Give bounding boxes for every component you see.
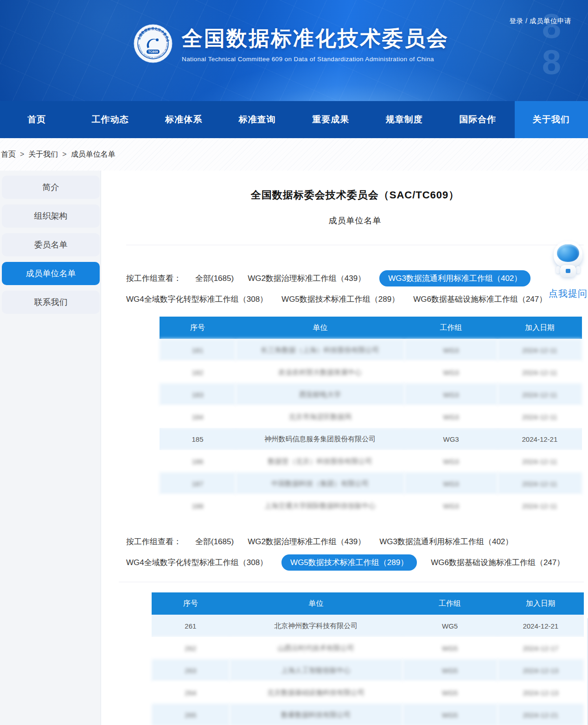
- table-row: 186数据堂（北京）科技股份有限公司WG32024-12-11: [160, 450, 582, 472]
- page-subtitle: 成员单位名单: [126, 215, 584, 226]
- cell-unit: 上海交通大学国际数据科技创新中心: [236, 495, 404, 517]
- cell-wg: WG3: [404, 339, 497, 361]
- wg-filter-chip[interactable]: WG6数据基础设施标准工作组（247）: [413, 294, 547, 305]
- sidebar-item-联系我们[interactable]: 联系我们: [2, 291, 100, 314]
- cell-no: 264: [152, 681, 230, 704]
- cell-wg: WG5: [403, 704, 498, 725]
- breadcrumb-item-首页[interactable]: 首页: [1, 150, 16, 159]
- cell-wg: WG5: [403, 615, 498, 637]
- sidebar-item-委员名单[interactable]: 委员名单: [2, 233, 100, 256]
- nav-item-标准体系[interactable]: 标准体系: [147, 101, 221, 138]
- breadcrumb-item-成员单位名单: 成员单位名单: [71, 150, 115, 159]
- table-row: 265数睿数据科技有限公司WG52024-12-21: [152, 704, 584, 725]
- wg5-member-section: 按工作组查看： 全部(1685)WG2数据治理标准工作组（439）WG3数据流通…: [126, 536, 584, 725]
- wg-filter-chip[interactable]: 全部(1685): [195, 273, 234, 284]
- cell-wg: WG3: [404, 406, 497, 428]
- cell-unit: 数据堂（北京）科技股份有限公司: [236, 450, 404, 472]
- cell-unit: 中国数据科技（集团）有限公司: [236, 472, 404, 495]
- cell-wg: WG5: [403, 659, 498, 681]
- site-brand: 全国数据标准化技术委员会 NATIONAL TECHNICAL COMMITTE…: [134, 24, 449, 63]
- wg-filter-chip[interactable]: 全部(1685): [195, 536, 234, 547]
- table-row: 182农业农村部大数据发展中心WG32024-12-11: [160, 361, 582, 383]
- wg-filter-chip[interactable]: WG4全域数字化转型标准工作组（308）: [126, 294, 268, 305]
- table-row: 264北京数据基础设施科技有限公司WG52024-12-13: [152, 681, 584, 704]
- cell-no: 186: [160, 450, 236, 472]
- cell-unit: 神州数码信息服务集团股份有限公司: [236, 428, 404, 450]
- sidebar-item-简介[interactable]: 简介: [2, 176, 100, 199]
- filter-label: 按工作组查看：: [126, 273, 181, 284]
- site-title: 全国数据标准化技术委员会: [182, 25, 449, 52]
- assistant-robot-button[interactable]: 点我提问: [549, 241, 588, 300]
- breadcrumb-separator: >: [20, 150, 24, 159]
- cell-unit: 上海人工智能创新中心: [230, 659, 403, 681]
- cell-unit: 数睿数据科技有限公司: [230, 704, 403, 725]
- table-row: 188上海交通大学国际数据科技创新中心WG32024-12-11: [160, 495, 582, 517]
- divider: [119, 582, 584, 582]
- table-row: 187中国数据科技（集团）有限公司WG32024-12-11: [160, 472, 582, 495]
- sidebar-item-成员单位名单[interactable]: 成员单位名单: [2, 262, 100, 285]
- cell-no: 181: [160, 339, 236, 361]
- nav-item-重要成果[interactable]: 重要成果: [294, 101, 368, 138]
- login-member-apply-link[interactable]: 登录 / 成员单位申请: [509, 17, 571, 25]
- robot-icon: [553, 241, 583, 280]
- table-row: 183西安邮电大学WG32024-12-11: [160, 383, 582, 406]
- banner: 8 8 登录 / 成员单位申请 全国数据标准化技术委员会 NATIONAL TE…: [0, 0, 588, 101]
- cell-no: 188: [160, 495, 236, 517]
- cell-unit: 长三角数据（上海）科技股份有限公司: [236, 339, 404, 361]
- nav-item-首页[interactable]: 首页: [0, 101, 74, 138]
- cell-wg: WG3: [404, 495, 497, 517]
- cell-no: 184: [160, 406, 236, 428]
- cell-unit: 西安邮电大学: [236, 383, 404, 406]
- wg-filter-chip[interactable]: WG6数据基础设施标准工作组（247）: [431, 557, 564, 568]
- member-table-wg5: 序号单位工作组加入日期 261北京神州数字科技有限公司WG52024-12-21…: [152, 592, 584, 725]
- tc609-logo-icon[interactable]: 全国数据标准化技术委员会 NATIONAL TECHNICAL COMMITTE…: [134, 24, 173, 63]
- nav-item-工作动态[interactable]: 工作动态: [74, 101, 147, 138]
- member-table-wg3: 序号单位工作组加入日期 181长三角数据（上海）科技股份有限公司WG32024-…: [160, 317, 582, 517]
- cell-date: 2024-12-11: [498, 406, 582, 428]
- main-nav: 首页工作动态标准体系标准查询重要成果规章制度国际合作关于我们: [0, 101, 588, 138]
- table-row: 181长三角数据（上海）科技股份有限公司WG32024-12-11: [160, 339, 582, 361]
- cell-wg: WG3: [404, 450, 497, 472]
- cell-unit: 北京市海淀区数据局: [236, 406, 404, 428]
- nav-item-规章制度[interactable]: 规章制度: [368, 101, 441, 138]
- cell-date: 2024-12-13: [498, 659, 584, 681]
- cell-wg: WG3: [404, 428, 497, 450]
- divider: [126, 245, 584, 245]
- cell-date: 2024-12-17: [498, 637, 584, 659]
- cell-wg: WG5: [403, 681, 498, 704]
- nav-item-标准查询[interactable]: 标准查询: [221, 101, 294, 138]
- cell-date: 2024-12-11: [498, 339, 582, 361]
- logo-tc609-text: TC609: [148, 50, 158, 53]
- cell-date: 2024-12-21: [498, 704, 584, 725]
- cell-no: 182: [160, 361, 236, 383]
- cell-unit: 农业农村部大数据发展中心: [236, 361, 404, 383]
- breadcrumb-separator: >: [62, 150, 66, 159]
- wg-filter-chip[interactable]: WG2数据治理标准工作组（439）: [248, 273, 365, 284]
- column-header-加入日期: 加入日期: [498, 592, 584, 615]
- content-panel: 全国数据标委会技术委员会（SAC/TC609） 成员单位名单 点我提问 按工作组…: [101, 171, 588, 725]
- nav-item-关于我们[interactable]: 关于我们: [515, 101, 588, 138]
- cell-wg: WG3: [404, 383, 497, 406]
- sidebar: 简介组织架构委员名单成员单位名单联系我们: [0, 171, 101, 725]
- wg-filter-chip[interactable]: WG4全域数字化转型标准工作组（308）: [126, 557, 268, 568]
- cell-no: 265: [152, 704, 230, 725]
- wg-filter-chip[interactable]: WG5数据技术标准工作组（289）: [281, 554, 417, 571]
- cell-no: 261: [152, 615, 230, 637]
- cell-no: 262: [152, 637, 230, 659]
- breadcrumb-item-关于我们[interactable]: 关于我们: [28, 150, 58, 159]
- wg-filter-chip[interactable]: WG3数据流通利用标准工作组（402）: [379, 270, 530, 286]
- filter-label: 按工作组查看：: [126, 536, 181, 547]
- wg-filter-chip[interactable]: WG3数据流通利用标准工作组（402）: [379, 536, 513, 547]
- cell-date: 2024-12-21: [498, 428, 582, 450]
- nav-item-国际合作[interactable]: 国际合作: [441, 101, 515, 138]
- cell-date: 2024-12-11: [498, 383, 582, 406]
- column-header-工作组: 工作组: [404, 317, 497, 339]
- table-row: 185神州数码信息服务集团股份有限公司WG32024-12-21: [160, 428, 582, 450]
- column-header-加入日期: 加入日期: [498, 317, 582, 339]
- sidebar-item-组织架构[interactable]: 组织架构: [2, 204, 100, 228]
- wg-filter-chip[interactable]: WG5数据技术标准工作组（289）: [281, 294, 399, 305]
- cell-date: 2024-12-11: [498, 361, 582, 383]
- wg-filter-chip[interactable]: WG2数据治理标准工作组（439）: [248, 536, 365, 547]
- cell-wg: WG3: [404, 361, 497, 383]
- page-title: 全国数据标委会技术委员会（SAC/TC609）: [126, 188, 584, 202]
